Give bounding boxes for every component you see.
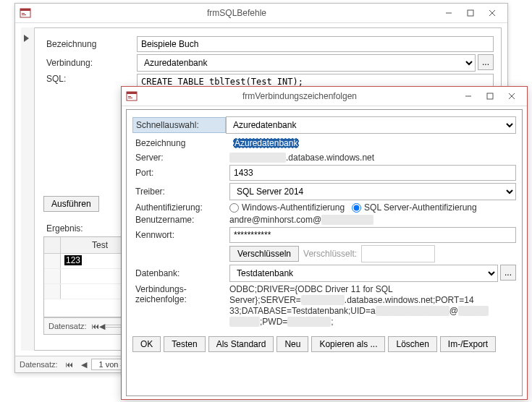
svg-rect-5 bbox=[468, 10, 473, 16]
datenbank-select[interactable]: Testdatenbank bbox=[229, 265, 498, 282]
minimize-button[interactable] bbox=[438, 6, 460, 20]
close-button[interactable] bbox=[481, 6, 503, 20]
current-record-icon bbox=[24, 35, 29, 42]
redacted-text: xxxxxxxxxx bbox=[287, 317, 331, 327]
svg-rect-3 bbox=[22, 14, 26, 15]
window-title: frmSQLBefehle bbox=[35, 8, 438, 18]
label-server: Server: bbox=[132, 153, 229, 163]
svg-rect-9 bbox=[127, 92, 137, 94]
als-standard-button[interactable]: Als Standard bbox=[208, 336, 274, 352]
redacted-text: xxxxxxxxxxxxxxxxx bbox=[376, 306, 449, 316]
label-verbindungszeichenfolge: Verbindungs-zeichenfolge: bbox=[132, 284, 229, 304]
label-auth: Authentifizierung: bbox=[132, 202, 229, 213]
minimize-button[interactable] bbox=[457, 89, 479, 103]
label-port: Port: bbox=[132, 168, 229, 178]
nav-label: Datensatz: bbox=[44, 322, 91, 330]
auth-windows-radio[interactable]: Windows-Authentifizierung bbox=[229, 202, 345, 213]
svg-rect-1 bbox=[20, 9, 30, 11]
treiber-select[interactable]: SQL Server 2014 bbox=[229, 183, 516, 200]
record-selector[interactable] bbox=[21, 27, 35, 351]
label-sql: SQL: bbox=[43, 74, 137, 84]
redacted-text: xxxxxxx bbox=[229, 317, 260, 327]
bezeichnung-input[interactable]: Azuredatenbank bbox=[229, 136, 516, 150]
import-export-button[interactable]: Im-/Export bbox=[440, 336, 496, 352]
redacted-text: xxxxxxxxxx bbox=[301, 295, 345, 305]
schnellauswahl-select[interactable]: Azuredatenbank bbox=[226, 116, 516, 134]
datenbank-browse-button[interactable]: ... bbox=[500, 265, 516, 281]
label-verbindung: Verbindung: bbox=[43, 58, 137, 68]
port-input[interactable] bbox=[229, 165, 516, 181]
svg-rect-13 bbox=[487, 93, 493, 99]
grid-corner[interactable] bbox=[44, 237, 61, 253]
label-bezeichnung: Bezeichnung bbox=[43, 39, 137, 49]
redacted-text: xxxxxxxxxxxxx bbox=[229, 153, 286, 163]
form-body: Schnellauswahl: Azuredatenbank Bezeichnu… bbox=[126, 109, 523, 396]
verschluesseln-button[interactable]: Verschlüsseln bbox=[229, 246, 299, 262]
access-form-icon bbox=[20, 7, 31, 19]
verbindung-select[interactable]: Azuredatenbank bbox=[137, 54, 476, 72]
testen-button[interactable]: Testen bbox=[164, 336, 205, 352]
bezeichnung-input[interactable] bbox=[137, 36, 494, 52]
verschluesselt-output bbox=[361, 245, 435, 262]
ok-button[interactable]: OK bbox=[132, 336, 161, 352]
label-datenbank: Datenbank: bbox=[132, 268, 229, 278]
label-benutzer: Benutzername: bbox=[132, 215, 229, 225]
maximize-button[interactable] bbox=[479, 89, 501, 103]
label-kennwort: Kennwort: bbox=[132, 230, 229, 240]
connection-string-output[interactable]: ODBC;DRIVER={ODBC Driver 11 for SQL Serv… bbox=[229, 284, 516, 330]
redacted-text: xxxxxxxxxxxx bbox=[321, 215, 373, 225]
verbindung-browse-button[interactable]: ... bbox=[478, 54, 494, 70]
label-treiber: Treiber: bbox=[132, 187, 229, 197]
benutzername-input[interactable]: andre@minhorst.com@xxxxxxxxxxxx bbox=[229, 215, 516, 225]
nav-prev-button[interactable]: ◀ bbox=[77, 358, 91, 371]
server-input[interactable]: xxxxxxxxxxxxx.database.windows.net bbox=[229, 153, 516, 163]
close-button[interactable] bbox=[501, 89, 523, 103]
kennwort-input[interactable] bbox=[229, 227, 516, 243]
nav-label: Datensatz: bbox=[15, 360, 62, 369]
window-title: frmVerbindungszeichenfolgen bbox=[142, 91, 457, 101]
redacted-text: xxxxxxx bbox=[458, 306, 489, 316]
ausfuehren-button[interactable]: Ausführen bbox=[43, 196, 99, 212]
kopieren-als-button[interactable]: Kopieren als ... bbox=[311, 336, 385, 352]
nav-first-button[interactable]: ⏮ bbox=[91, 320, 99, 333]
maximize-button[interactable] bbox=[460, 6, 481, 20]
access-form-icon bbox=[126, 90, 138, 102]
loeschen-button[interactable]: Löschen bbox=[388, 336, 436, 352]
neu-button[interactable]: Neu bbox=[276, 336, 308, 352]
svg-rect-2 bbox=[22, 13, 25, 14]
window-verbindungszeichenfolgen: frmVerbindungszeichenfolgen Schnellauswa… bbox=[121, 86, 528, 400]
label-verschluesselt: Verschlüsselt: bbox=[303, 249, 357, 259]
label-schnellauswahl: Schnellauswahl: bbox=[132, 117, 226, 133]
nav-prev-button[interactable]: ◀ bbox=[99, 320, 105, 333]
titlebar: frmVerbindungszeichenfolgen bbox=[122, 87, 527, 106]
auth-sql-radio[interactable]: SQL Server-Authentifizierung bbox=[352, 202, 477, 213]
svg-rect-10 bbox=[128, 96, 131, 97]
titlebar: frmSQLBefehle bbox=[15, 4, 507, 23]
svg-rect-11 bbox=[128, 98, 132, 98]
nav-first-button[interactable]: ⏮ bbox=[62, 358, 77, 371]
label-bezeichnung: Bezeichnung bbox=[132, 138, 229, 148]
